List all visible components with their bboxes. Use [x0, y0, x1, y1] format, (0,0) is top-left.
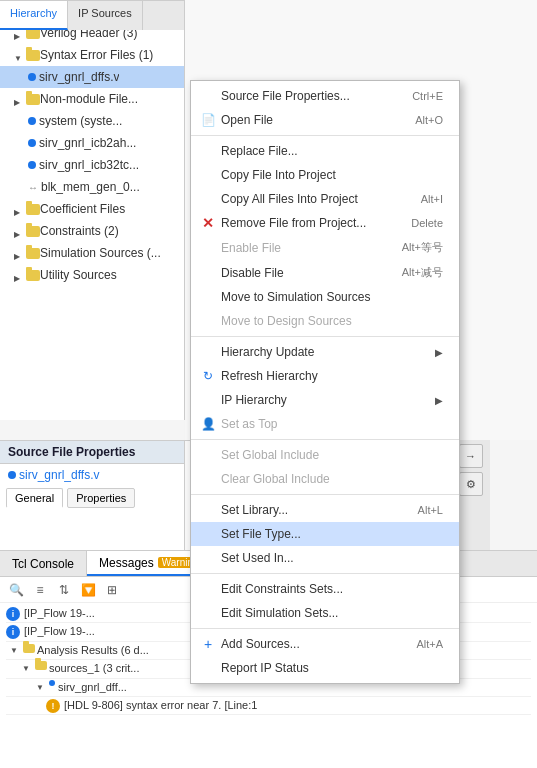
menu-item-set-file-type[interactable]: Set File Type... [191, 522, 459, 546]
submenu-arrow: ▶ [435, 395, 443, 406]
menu-item-edit-simulation[interactable]: Edit Simulation Sets... [191, 601, 459, 625]
menu-label: Refresh Hierarchy [221, 369, 318, 383]
menu-item-set-global-include: Set Global Include [191, 443, 459, 467]
chevron-icon [22, 661, 32, 671]
chevron-icon [14, 226, 24, 236]
menu-item-refresh-hierarchy[interactable]: ↻ Refresh Hierarchy [191, 364, 459, 388]
file-icon: 📄 [199, 113, 217, 127]
search-button[interactable]: 🔍 [6, 580, 26, 600]
folder-icon [35, 661, 47, 670]
menu-shortcut: Alt+等号 [402, 240, 443, 255]
expand-button[interactable]: ⊞ [102, 580, 122, 600]
sfp-tab-general[interactable]: General [6, 488, 63, 508]
menu-label: Report IP Status [221, 661, 309, 675]
sfp-file: sirv_gnrl_dffs.v [0, 464, 184, 486]
gear-button[interactable]: ⚙ [459, 472, 483, 496]
menu-item-edit-constraints[interactable]: Edit Constraints Sets... [191, 577, 459, 601]
menu-item-source-file-props[interactable]: Source File Properties... Ctrl+E [191, 84, 459, 108]
menu-label: Set as Top [221, 417, 277, 431]
menu-item-remove-file[interactable]: ✕ Remove File from Project... Delete [191, 211, 459, 235]
hdl-error-item: ! [HDL 9-806] syntax error near 7. [Line… [6, 697, 531, 715]
menu-label: Clear Global Include [221, 472, 330, 486]
menu-label: Set Library... [221, 503, 288, 517]
menu-label: Open File [221, 113, 273, 127]
menu-label: IP Hierarchy [221, 393, 287, 407]
chevron-icon [14, 270, 24, 280]
tree-item-sirv-icb32tc[interactable]: sirv_gnrl_icb32tc... [0, 154, 184, 176]
filter-button[interactable]: ≡ [30, 580, 50, 600]
menu-label: Enable File [221, 241, 281, 255]
sfp-tabs: General Properties [0, 486, 184, 510]
sfp-filename: sirv_gnrl_dffs.v [19, 468, 99, 482]
folder-icon [26, 270, 40, 281]
menu-item-move-to-sim[interactable]: Move to Simulation Sources [191, 285, 459, 309]
menu-item-add-sources[interactable]: + Add Sources... Alt+A [191, 632, 459, 656]
chevron-icon [14, 204, 24, 214]
info-icon: i [6, 625, 20, 639]
main-panel: Global Include (3) Verilog Header (3) Sy… [0, 0, 537, 768]
menu-label: Set File Type... [221, 527, 301, 541]
menu-shortcut: Alt+A [416, 638, 443, 650]
arrow-right-button[interactable]: → [459, 444, 483, 468]
menu-item-replace-file[interactable]: Replace File... [191, 139, 459, 163]
tree-item-sirv-dffs[interactable]: sirv_gnrl_dffs.v [0, 66, 184, 88]
menu-separator [191, 439, 459, 440]
dot-icon [49, 680, 55, 686]
tree-item-blk-mem[interactable]: ↔ blk_mem_gen_0... [0, 176, 184, 198]
menu-shortcut: Delete [411, 217, 443, 229]
tree-label: Syntax Error Files (1) [40, 48, 153, 62]
dot-icon [8, 471, 16, 479]
menu-label: Source File Properties... [221, 89, 350, 103]
dot-icon [28, 73, 36, 81]
filter2-button[interactable]: 🔽 [78, 580, 98, 600]
menu-item-disable-file[interactable]: Disable File Alt+减号 [191, 260, 459, 285]
menu-item-hierarchy-update[interactable]: Hierarchy Update ▶ [191, 340, 459, 364]
msg-text: [IP_Flow 19-... [24, 624, 95, 639]
msg-text: [IP_Flow 19-... [24, 606, 95, 621]
menu-item-set-used-in[interactable]: Set Used In... [191, 546, 459, 570]
tab-hierarchy[interactable]: Hierarchy [0, 1, 68, 30]
sfp-header: Source File Properties [0, 441, 184, 464]
menu-label: Copy All Files Into Project [221, 192, 358, 206]
folder-icon [26, 204, 40, 215]
menu-item-set-library[interactable]: Set Library... Alt+L [191, 498, 459, 522]
menu-item-copy-file[interactable]: Copy File Into Project [191, 163, 459, 187]
menu-label: Disable File [221, 266, 284, 280]
menu-label: Edit Constraints Sets... [221, 582, 343, 596]
messages-label: Messages [99, 556, 154, 570]
tree-item-syntax-error[interactable]: Syntax Error Files (1) [0, 44, 184, 66]
tree-item-simulation-sources[interactable]: Simulation Sources (... [0, 242, 184, 264]
menu-item-copy-all-files[interactable]: Copy All Files Into Project Alt+I [191, 187, 459, 211]
tree-item-utility-sources[interactable]: Utility Sources [0, 264, 184, 286]
sources-label: sources_1 (3 crit... [49, 661, 139, 676]
menu-separator [191, 336, 459, 337]
person-icon: 👤 [199, 417, 217, 431]
menu-item-report-ip-status[interactable]: Report IP Status [191, 656, 459, 680]
menu-label: Move to Design Sources [221, 314, 352, 328]
menu-label: Edit Simulation Sets... [221, 606, 338, 620]
menu-label: Replace File... [221, 144, 298, 158]
tree-item-constraints[interactable]: Constraints (2) [0, 220, 184, 242]
menu-item-clear-global-include: Clear Global Include [191, 467, 459, 491]
sirv-file-label: sirv_gnrl_dff... [58, 680, 127, 695]
folder-icon [26, 94, 40, 105]
menu-label: Hierarchy Update [221, 345, 314, 359]
folder-icon [26, 226, 40, 237]
tab-tcl-console[interactable]: Tcl Console [0, 551, 87, 576]
tree-item-system[interactable]: system (syste... [0, 110, 184, 132]
tree-item-sirv-icb2ah[interactable]: sirv_gnrl_icb2ah... [0, 132, 184, 154]
sort-button[interactable]: ⇅ [54, 580, 74, 600]
tree-label: Coefficient Files [40, 202, 125, 216]
menu-item-ip-hierarchy[interactable]: IP Hierarchy ▶ [191, 388, 459, 412]
sfp-tab-properties[interactable]: Properties [67, 488, 135, 508]
menu-item-open-file[interactable]: 📄 Open File Alt+O [191, 108, 459, 132]
tree-item-non-module[interactable]: Non-module File... [0, 88, 184, 110]
menu-item-move-to-design: Move to Design Sources [191, 309, 459, 333]
tab-ip-sources[interactable]: IP Sources [68, 1, 143, 30]
dot-icon [28, 117, 36, 125]
menu-label: Copy File Into Project [221, 168, 336, 182]
folder-icon [23, 643, 37, 655]
menu-item-set-as-top: 👤 Set as Top [191, 412, 459, 436]
remove-icon: ✕ [199, 215, 217, 231]
tree-item-coefficient[interactable]: Coefficient Files [0, 198, 184, 220]
